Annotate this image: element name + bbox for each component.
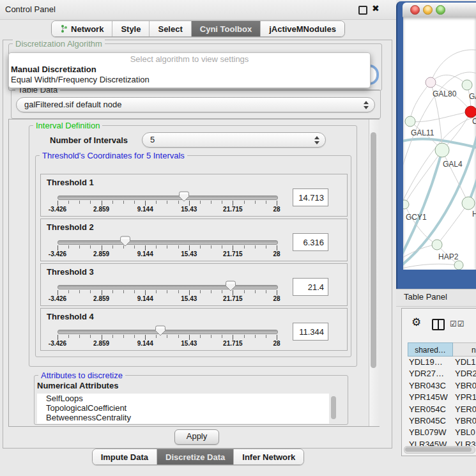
control-panel-tabs: NetworkStyleSelectCyni ToolboxjActiveMNo… [0, 20, 396, 37]
table-row[interactable]: YPR145WYPR1 [403, 392, 476, 403]
tick-label: -3.426 [49, 340, 66, 347]
attribute-list-item[interactable]: TopologicalCoefficient [37, 403, 329, 413]
slider-track[interactable] [58, 285, 278, 289]
tab-jactivemnodules[interactable]: jActiveMNodules [260, 21, 344, 36]
network-node-GAL4[interactable] [435, 143, 449, 157]
group-title: Discretization Algorithm [13, 39, 105, 49]
network-node-GCY1[interactable] [403, 200, 409, 209]
slider-thumb[interactable] [155, 325, 165, 336]
network-canvas[interactable]: GAL80GACGAL11GAL4GCY1HHAP2 [403, 17, 476, 270]
vertical-scrollbar-thumb[interactable] [371, 132, 376, 368]
network-node-GAL11[interactable] [405, 116, 415, 127]
network-node-GA[interactable] [462, 80, 472, 90]
tab-label: Select [158, 24, 182, 34]
table-row[interactable]: YDL19…YDL1 [403, 357, 476, 368]
cell-shared-name: YBL079W [403, 427, 455, 438]
tab-label: Cyni Toolbox [200, 24, 252, 34]
zoom-traffic-light-icon[interactable] [436, 5, 445, 15]
slider-major-ticks [58, 201, 278, 206]
tab-discretize-data[interactable]: Discretize Data [157, 449, 233, 464]
threshold-label: Threshold 2 [47, 222, 94, 232]
tab-label: Style [121, 24, 141, 34]
table-row[interactable]: YBL079WYBL0 [403, 427, 476, 438]
dropdown-option-equal-width[interactable]: Equal Width/Frequency Discretization [9, 75, 370, 85]
table-rows: YDL19…YDL1YDR27…YDR2YBR043CYBR0YPR145WYP… [403, 357, 476, 446]
cell-name: YER0 [455, 404, 476, 415]
float-window-icon[interactable] [358, 6, 367, 15]
cell-shared-name: YPR145W [403, 392, 455, 403]
minimize-traffic-light-icon[interactable] [423, 5, 433, 15]
split-columns-icon[interactable] [432, 319, 445, 330]
threshold-value-field[interactable]: 21.4 [293, 278, 328, 296]
tab-infer-network[interactable]: Infer Network [233, 449, 303, 464]
network-node-GAL80[interactable] [426, 77, 436, 88]
slider-thumb[interactable] [226, 280, 236, 291]
tab-cyni-toolbox[interactable]: Cyni Toolbox [191, 21, 260, 36]
column-header-name[interactable]: n [453, 342, 476, 357]
node-label: H [472, 210, 476, 219]
threshold-value-field[interactable]: 6.316 [293, 233, 328, 251]
stepper-icon [364, 101, 369, 109]
slider-track[interactable] [58, 196, 278, 200]
tick-label: 21.715 [223, 340, 243, 347]
node-label: HAP2 [438, 252, 459, 261]
attribute-list-item[interactable]: BetweennessCentrality [37, 413, 329, 422]
tick-label: 21.715 [223, 206, 243, 213]
numerical-attributes-list[interactable]: SelfLoopsTopologicalCoefficientBetweenne… [37, 394, 329, 424]
table-row[interactable]: YLR345WYLR3 [403, 439, 476, 446]
table-row[interactable]: YBR045CYBR0 [403, 415, 476, 427]
threshold-panel: Threshold 3 -3.4262.8599.14415.4321.7152… [40, 263, 348, 306]
table-row[interactable]: YDR27…YDR2 [403, 368, 476, 380]
slider-track[interactable] [58, 240, 278, 245]
attribute-list-item[interactable]: SelfLoops [37, 394, 329, 403]
network-node[interactable] [454, 261, 463, 270]
group-title: Attributes to discretize [38, 371, 125, 380]
number-of-intervals-combobox[interactable]: 5 [142, 132, 326, 148]
tick-label: 9.144 [137, 206, 153, 213]
close-icon[interactable]: ✖ [372, 3, 380, 13]
table-row[interactable]: YER054CYER0 [403, 404, 476, 415]
dropdown-option-manual[interactable]: Manual Discretization [9, 65, 370, 75]
table-panel-title: Table Panel [404, 292, 447, 302]
tab-select[interactable]: Select [149, 21, 190, 36]
slider-thumb[interactable] [179, 191, 189, 202]
table-data-selected-value: galFiltered.sif default node [24, 100, 121, 109]
threshold-value-field[interactable]: 11.344 [293, 323, 328, 341]
group-title: Threshold's Coordinates for 5 Intervals [40, 151, 187, 160]
slider-track[interactable] [58, 330, 278, 334]
cell-name: YLR3 [455, 439, 476, 446]
select-columns-checkbox-icons[interactable]: ☑☑ [450, 319, 465, 328]
network-icon [60, 24, 68, 33]
tick-label: 28 [273, 250, 280, 257]
cell-name: YBR0 [455, 380, 476, 392]
close-traffic-light-icon[interactable] [410, 5, 420, 15]
cell-name: YDL1 [455, 357, 476, 368]
tab-style[interactable]: Style [112, 21, 149, 36]
column-header-shared-name[interactable]: shared… [408, 342, 453, 357]
tab-label: Impute Data [101, 452, 148, 462]
slider-thumb[interactable] [120, 236, 130, 247]
table-row[interactable]: YBR043CYBR0 [403, 380, 476, 392]
attributes-scrollbar-thumb[interactable] [331, 396, 336, 419]
threshold-label: Threshold 4 [47, 312, 94, 321]
network-node-HAP2[interactable] [432, 240, 442, 250]
tick-label: 15.43 [181, 340, 197, 347]
tab-pill: Impute DataDiscretize DataInfer Network [92, 449, 305, 465]
gear-icon[interactable]: ⚙ [411, 316, 421, 329]
node-label: C [472, 117, 476, 126]
cell-shared-name: YBR043C [403, 380, 455, 392]
network-node-C[interactable] [465, 106, 476, 118]
threshold-panel: Threshold 1 -3.4262.8599.14415.4321.7152… [40, 174, 348, 217]
tab-network[interactable]: Network [52, 21, 112, 36]
numerical-attributes-label: Numerical Attributes [37, 381, 118, 390]
apply-button[interactable]: Apply [174, 429, 219, 445]
tab-impute-data[interactable]: Impute Data [93, 449, 157, 464]
table-data-combobox[interactable]: galFiltered.sif default node [16, 97, 375, 112]
slider-major-ticks [58, 335, 278, 340]
threshold-value-field[interactable]: 14.713 [293, 188, 328, 206]
node-label: GCY1 [406, 213, 427, 222]
network-node-H[interactable] [462, 197, 475, 210]
number-of-intervals-label: Number of Intervals [50, 135, 128, 145]
horizontal-scrollbar-thumb[interactable] [405, 447, 472, 452]
tick-label: 15.43 [181, 206, 197, 213]
